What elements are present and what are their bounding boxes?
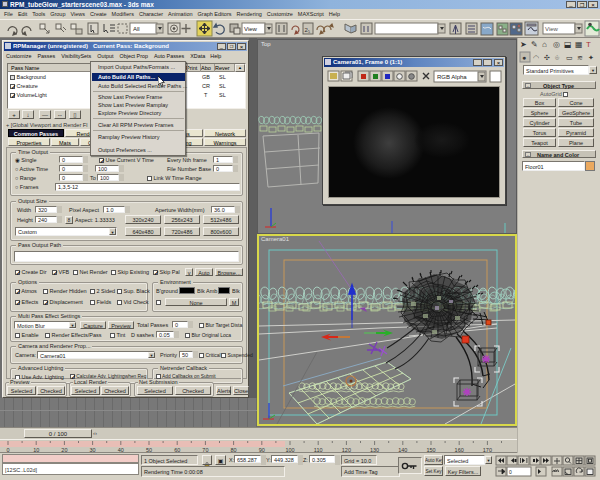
svg-text:T: T <box>586 40 591 49</box>
svg-text:✎: ✎ <box>531 40 538 49</box>
svg-text:⌾: ⌾ <box>555 54 560 61</box>
svg-text:View: View <box>545 26 559 32</box>
svg-text:All: All <box>133 26 140 32</box>
svg-text:⬓: ⬓ <box>564 40 572 49</box>
svg-text:➤: ➤ <box>520 40 527 49</box>
svg-text:⌂: ⌂ <box>542 40 547 49</box>
svg-text:View: View <box>244 26 258 32</box>
svg-text:2₅: 2₅ <box>305 27 311 33</box>
svg-text:✦: ✦ <box>588 54 594 61</box>
svg-text:◠: ◠ <box>533 54 539 61</box>
svg-text:▭: ▭ <box>566 54 573 61</box>
svg-text:●: ● <box>522 54 526 61</box>
svg-text:◎: ◎ <box>553 40 560 49</box>
svg-text:RGB Alpha: RGB Alpha <box>437 74 467 80</box>
svg-text:▦: ▦ <box>575 40 583 49</box>
svg-text:✣: ✣ <box>544 54 550 61</box>
svg-text:≋: ≋ <box>577 54 583 61</box>
svg-text:0: 0 <box>509 469 512 475</box>
